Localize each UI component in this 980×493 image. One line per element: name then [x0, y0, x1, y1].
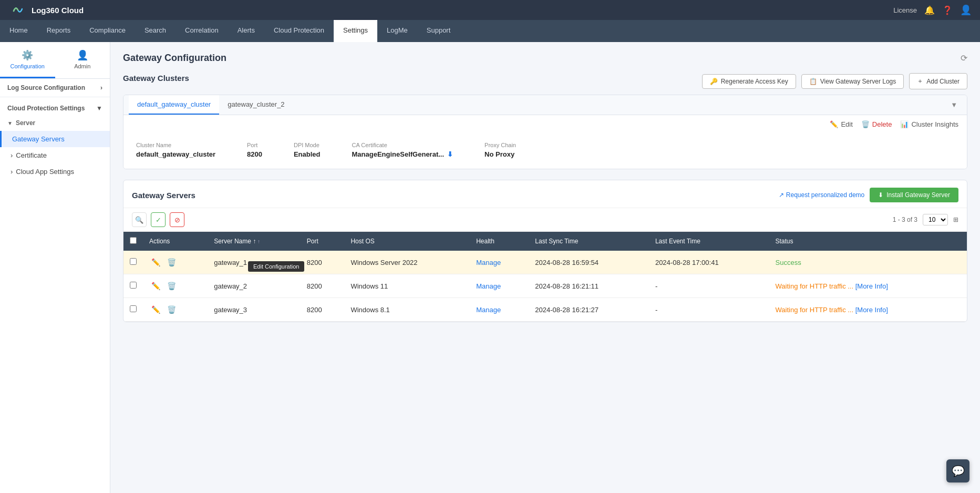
row-3-host-os: Windows 8.1 [344, 298, 470, 322]
row-2-host-os: Windows 11 [344, 274, 470, 298]
sidebar-server-section[interactable]: ▼ Server [0, 115, 110, 131]
cluster-name-label: Cluster Name [136, 142, 215, 148]
add-cluster-button[interactable]: ＋ Add Cluster [909, 73, 967, 89]
nav-settings[interactable]: Settings [334, 20, 377, 42]
cloud-app-arrow: › [11, 168, 13, 176]
view-gateway-logs-button[interactable]: 📋 View Gateway Server Logs [801, 74, 904, 89]
row-3-manage-link[interactable]: Manage [476, 306, 501, 314]
th-last-sync-time: Last Sync Time [529, 232, 649, 251]
row-3-checkbox[interactable] [130, 305, 137, 312]
sidebar-item-certificate[interactable]: › Certificate [0, 147, 110, 163]
row-3-actions: ✏️ 🗑️ [143, 298, 208, 322]
row-2-checkbox-cell [123, 274, 143, 298]
search-icon-btn[interactable]: 🔍 [132, 212, 147, 227]
help-icon[interactable]: ❓ [942, 5, 953, 15]
servers-table: Actions Server Name ↑ Port Host OS Healt… [123, 232, 967, 322]
dpi-mode-value: Enabled [294, 150, 321, 158]
ca-cert-label: CA Certificate [352, 142, 453, 148]
chat-fab-button[interactable]: 💬 [946, 459, 969, 482]
install-icon: ⬇ [878, 191, 883, 199]
gateway-servers-section: Gateway Servers ↗ Request personalized d… [123, 180, 967, 322]
user-icon[interactable]: 👤 [960, 4, 972, 16]
sidebar-section-log-source[interactable]: Log Source Configuration › [0, 79, 110, 95]
sidebar-item-cloud-app-settings[interactable]: › Cloud App Settings [0, 163, 110, 180]
install-gateway-server-button[interactable]: ⬇ Install Gateway Server [870, 188, 958, 202]
th-actions: Actions [143, 232, 208, 251]
dpi-mode-label: DPI Mode [294, 142, 321, 148]
enable-icon-btn[interactable]: ✓ [151, 212, 166, 227]
row-1-checkbox[interactable] [130, 258, 137, 265]
per-page-select[interactable]: 10 25 50 [923, 214, 948, 225]
row-3-more-info-link[interactable]: [More Info] [855, 306, 888, 314]
row-3-last-sync: 2024-08-28 16:21:27 [529, 298, 649, 322]
cloud-protection-label: Cloud Protection Settings [7, 105, 85, 112]
row-3-checkbox-cell [123, 298, 143, 322]
log-source-arrow: › [100, 84, 102, 91]
select-all-checkbox[interactable] [130, 237, 137, 244]
nav-compliance[interactable]: Compliance [80, 20, 135, 42]
request-demo-link[interactable]: ↗ Request personalized demo [779, 191, 864, 199]
th-host-os: Host OS [344, 232, 470, 251]
table-container: Edit Configuration Actions Server Name ↑… [123, 232, 967, 322]
chat-icon: 💬 [952, 465, 965, 477]
edit-button[interactable]: ✏️ Edit [830, 120, 852, 128]
nav-correlation[interactable]: Correlation [176, 20, 228, 42]
row-2-delete-btn[interactable]: 🗑️ [165, 280, 178, 292]
cluster-tab-dropdown[interactable]: ▼ [946, 97, 962, 113]
nav-search[interactable]: Search [135, 20, 176, 42]
row-2-manage-link[interactable]: Manage [476, 282, 501, 290]
columns-icon[interactable]: ⊞ [953, 216, 958, 223]
notification-icon[interactable]: 🔔 [924, 5, 935, 15]
collapse-arrow: ▼ [7, 120, 13, 126]
row-2-health: Manage [470, 274, 529, 298]
sidebar-item-gateway-servers[interactable]: Gateway Servers [0, 131, 110, 147]
license-link[interactable]: License [893, 6, 917, 14]
row-2-last-sync: 2024-08-28 16:21:11 [529, 274, 649, 298]
th-port: Port [301, 232, 345, 251]
download-icon[interactable]: ⬇ [447, 150, 453, 158]
select-all-header [123, 232, 143, 251]
app-name: Log360 Cloud [32, 6, 84, 15]
ca-cert-info: CA Certificate ManageEngineSelfGenerat..… [352, 142, 453, 158]
sidebar-section-cloud-protection[interactable]: Cloud Protection Settings ▼ [0, 99, 110, 115]
row-2-checkbox[interactable] [130, 282, 137, 289]
row-1-last-event: 2024-08-28 17:00:41 [649, 251, 769, 274]
table-toolbar: 🔍 ✓ ⊘ 1 - 3 of 3 10 25 50 ⊞ [123, 208, 967, 232]
disable-icon-btn[interactable]: ⊘ [170, 212, 184, 227]
sidebar-config-btn[interactable]: ⚙️ Configuration [0, 42, 55, 78]
row-2-edit-btn[interactable]: ✏️ [149, 280, 162, 292]
port-value: 8200 [247, 150, 262, 158]
cluster-name-value: default_gateway_cluster [136, 150, 215, 158]
table-header-row: Actions Server Name ↑ Port Host OS Healt… [123, 232, 967, 251]
cluster-insights-button[interactable]: 📊 Cluster Insights [900, 120, 958, 128]
proxy-chain-value: No Proxy [484, 150, 516, 158]
cluster-tab-2[interactable]: gateway_cluster_2 [219, 95, 293, 115]
log-source-label: Log Source Configuration [7, 84, 85, 91]
regenerate-access-key-button[interactable]: 🔑 Regenerate Access Key [702, 74, 796, 89]
nav-reports[interactable]: Reports [37, 20, 80, 42]
nav-alerts[interactable]: Alerts [228, 20, 264, 42]
row-1-edit-btn[interactable]: ✏️ [149, 256, 162, 269]
servers-actions: ↗ Request personalized demo ⬇ Install Ga… [779, 188, 958, 202]
row-1-delete-btn[interactable]: 🗑️ [165, 256, 178, 269]
cluster-tab-default[interactable]: default_gateway_cluster [129, 95, 219, 115]
row-3-delete-btn[interactable]: 🗑️ [165, 303, 178, 316]
row-3-health: Manage [470, 298, 529, 322]
th-server-name[interactable]: Server Name ↑ [208, 232, 301, 251]
row-1-checkbox-cell [123, 251, 143, 274]
th-last-event-time: Last Event Time [649, 232, 769, 251]
refresh-button[interactable]: ⟳ [961, 53, 967, 63]
nav-support[interactable]: Support [417, 20, 460, 42]
delete-button[interactable]: 🗑️ Delete [861, 120, 892, 128]
sidebar-admin-btn[interactable]: 👤 Admin [55, 42, 110, 78]
row-1-manage-link[interactable]: Manage [476, 259, 501, 266]
proxy-chain-info: Proxy Chain No Proxy [484, 142, 516, 158]
nav-home[interactable]: Home [0, 20, 37, 42]
nav-cloud-protection[interactable]: Cloud Protection [264, 20, 334, 42]
row-3-edit-btn[interactable]: ✏️ [149, 303, 162, 316]
logs-icon: 📋 [809, 78, 817, 85]
row-2-more-info-link[interactable]: [More Info] [855, 282, 888, 290]
row-3-action-buttons: ✏️ 🗑️ [149, 303, 201, 316]
nav-logme[interactable]: LogMe [377, 20, 417, 42]
page-title: Gateway Configuration [123, 53, 226, 64]
